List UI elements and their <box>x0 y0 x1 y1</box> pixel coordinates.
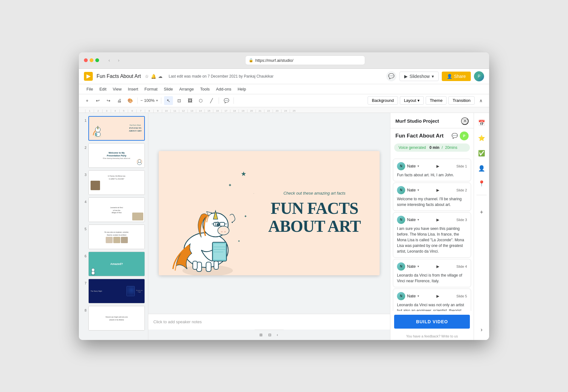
build-video-button[interactable]: BUILD VIDEO <box>394 315 470 329</box>
voice-chevron-1[interactable]: ▾ <box>417 164 419 168</box>
voice-text-4: Leonardo da Vinci is from the village of… <box>397 272 467 284</box>
toolbar-textbox[interactable]: ⊡ <box>175 96 184 105</box>
menu-slide[interactable]: Slide <box>161 85 175 93</box>
slide-item-6[interactable]: 6 Amazed? <box>81 251 145 277</box>
panel-close-button[interactable]: ✕ <box>461 117 469 125</box>
slide-label-3: Slide 3 <box>456 218 467 222</box>
back-arrow[interactable]: ‹ <box>105 56 113 64</box>
toolbar-comment-inline[interactable]: 💬 <box>222 96 231 105</box>
layout-chevron: ▾ <box>417 98 420 103</box>
toolbar-image[interactable]: 🖼 <box>186 96 194 105</box>
toolbar-redo[interactable]: ↪ <box>104 96 113 105</box>
slide-item-1[interactable]: 1 Fun Facts About FUN FACTS ABOUT ART <box>81 115 145 141</box>
play-button-3[interactable]: ▶ <box>434 216 441 223</box>
list-view-icon[interactable]: ⊟ <box>266 331 274 339</box>
speaker-notes[interactable]: Click to add speaker notes <box>148 314 390 330</box>
collapse-panel-icon[interactable]: ‹ <box>274 331 281 339</box>
zoom-control[interactable]: − 100% + <box>140 98 158 103</box>
toolbar-add[interactable]: + <box>83 96 92 105</box>
background-button[interactable]: Background <box>368 96 398 105</box>
voice-chevron-4[interactable]: ▾ <box>417 265 419 268</box>
slide-item-7[interactable]: 7 The Starry Night Vincent van Gogh <box>81 278 145 304</box>
menu-arrange[interactable]: Arrange <box>177 85 196 93</box>
slide-canvas[interactable]: ★ ✦ ✦ ✦ · <box>159 151 380 275</box>
menu-view[interactable]: View <box>110 85 124 93</box>
play-button-2[interactable]: ▶ <box>434 187 441 194</box>
grid-view-icon[interactable]: ⊞ <box>257 331 265 339</box>
slide-num-8: 8 <box>82 308 86 312</box>
side-add-icon[interactable]: + <box>476 208 487 218</box>
cloud-icon[interactable]: ☁ <box>158 74 163 79</box>
toolbar-lines[interactable]: ╱ <box>207 96 216 105</box>
panel-proj-avatar: P <box>460 132 469 140</box>
play-button-1[interactable]: ▶ <box>434 163 441 170</box>
toolbar-paint[interactable]: 🎨 <box>126 96 134 105</box>
menu-addons[interactable]: Add-ons <box>214 85 234 93</box>
toolbar-undo[interactable]: ↩ <box>93 96 102 105</box>
play-button-4[interactable]: ▶ <box>434 263 441 270</box>
transition-label: Transition <box>453 98 470 103</box>
toolbar-cursor[interactable]: ↖ <box>164 96 173 105</box>
side-expand-icon[interactable]: › <box>476 325 487 335</box>
side-calendar-icon[interactable]: 📅 <box>476 118 487 128</box>
voice-item-2-left: N Nate ▾ <box>397 186 419 194</box>
star-icon[interactable]: ☆ <box>145 74 149 79</box>
side-user-icon[interactable]: 👤 <box>476 163 487 173</box>
menu-insert[interactable]: Insert <box>125 85 141 93</box>
menu-file[interactable]: File <box>84 85 96 93</box>
slide-item-4[interactable]: 4 Leonardo da Vinci is from the village … <box>81 197 145 223</box>
toolbar-print[interactable]: 🖨 <box>115 96 124 105</box>
forward-arrow[interactable]: › <box>115 56 122 64</box>
svg-point-18 <box>218 226 229 235</box>
layout-button[interactable]: Layout ▾ <box>400 96 424 105</box>
minimize-button[interactable] <box>90 58 93 62</box>
share-button[interactable]: 👤 Share <box>442 72 471 81</box>
svg-rect-15 <box>193 261 197 269</box>
zoom-plus[interactable]: + <box>156 98 158 103</box>
side-maps-icon[interactable]: 📍 <box>476 178 487 189</box>
user-avatar[interactable]: P <box>474 71 484 81</box>
grid-icons: ⊞ ⊟ <box>257 331 274 339</box>
voice-status: Voice generated 0 min / 20mins <box>394 143 470 152</box>
voice-chevron-2[interactable]: ▾ <box>417 188 419 192</box>
zoom-minus[interactable]: − <box>140 98 143 103</box>
menu-tools[interactable]: Tools <box>198 85 212 93</box>
panel-msg-icon[interactable]: 💬 <box>452 133 458 139</box>
voice-chevron-3[interactable]: ▾ <box>417 218 419 221</box>
ruler-20: 20 <box>247 109 256 113</box>
slide-thumb-1: Fun Facts About FUN FACTS ABOUT ART <box>89 117 144 140</box>
comment-button[interactable]: 💬 <box>386 71 396 81</box>
slideshow-icon: ▶ <box>404 74 408 79</box>
voice-text-5: Leonardo da Vinci was not only an artist… <box>397 302 467 311</box>
bell-icon[interactable]: 🔔 <box>151 74 156 79</box>
address-bar[interactable]: 🔒 https://murf.ai/studio/ <box>245 56 365 65</box>
ruler-8: 8 <box>145 109 153 113</box>
side-star-icon[interactable]: ⭐ <box>476 133 487 143</box>
slide-item-3[interactable]: 3 In France, the Mona Lisa is called "La… <box>81 170 145 196</box>
voice-generated-label: Voice generated <box>399 145 426 150</box>
menu-bar: File Edit View Insert Format Slide Arran… <box>79 84 489 94</box>
menu-edit[interactable]: Edit <box>97 85 109 93</box>
toolbar-shapes[interactable]: ⬡ <box>196 96 205 105</box>
slide-item-5[interactable]: 5 He was also an engineer, scientist, th… <box>81 224 145 250</box>
doc-title[interactable]: Fun Facts About Art <box>97 73 141 79</box>
slide-thumb-wrapper-2: Welcome to My Presentation Party I'll be… <box>88 143 145 168</box>
transition-button[interactable]: Transition <box>448 96 475 105</box>
voice-item-5: N Nate ▾ ▶ Slide 5 Leonardo da Vinci was… <box>393 289 471 311</box>
menu-format[interactable]: Format <box>142 85 160 93</box>
voice-chevron-5[interactable]: ▾ <box>417 294 419 298</box>
slide-label-5: Slide 5 <box>456 294 467 298</box>
slideshow-button[interactable]: ▶ Slideshow ▾ <box>399 72 439 81</box>
voice-item-1-left: N Nate ▾ <box>397 162 419 170</box>
toolbar-collapse[interactable]: ∧ <box>476 96 485 105</box>
menu-help[interactable]: Help <box>235 85 249 93</box>
theme-button[interactable]: Theme <box>426 96 447 105</box>
close-button[interactable] <box>84 58 88 62</box>
slide-item-2[interactable]: 2 Welcome to My Presentation Party I'll … <box>81 143 145 168</box>
maximize-button[interactable] <box>95 58 99 62</box>
play-button-5[interactable]: ▶ <box>434 293 441 300</box>
app-bar-right: 💬 ▶ Slideshow ▾ 👤 Share P <box>386 71 484 81</box>
svg-point-39 <box>232 222 233 223</box>
side-check-icon[interactable]: ✅ <box>476 148 487 158</box>
slide-item-8[interactable]: 8 Vincent van Gogh sold only one artwork… <box>81 305 145 331</box>
